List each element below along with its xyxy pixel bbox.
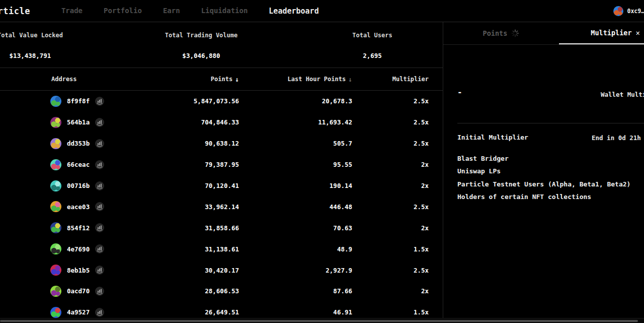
avatar — [50, 201, 61, 212]
panel-tabs: Points — [443, 22, 644, 45]
main-nav: Trade Portfolio Earn Liquidation Leaderb… — [61, 7, 319, 16]
wallet-chip[interactable]: 0xc9…D — [613, 6, 644, 16]
stat-label: Total Users — [327, 32, 418, 39]
row-points: 31,858.66 — [136, 224, 239, 232]
avatar — [50, 265, 61, 276]
row-address: 8eb1b5 — [67, 267, 90, 274]
row-address: dd353b — [67, 140, 90, 147]
column-header-points[interactable]: Points ↓ — [136, 76, 239, 83]
row-multiplier: 2.5x — [352, 118, 443, 126]
tab-points[interactable]: Points — [443, 22, 559, 44]
horizontal-scrollbar[interactable] — [0, 318, 644, 323]
stat-label: Total Trading Volume — [156, 32, 247, 39]
row-last-hour-points: 2,927.9 — [239, 267, 352, 274]
row-points: 30,420.17 — [136, 267, 239, 274]
row-points: 79,387.95 — [136, 161, 239, 168]
row-points: 33,962.14 — [136, 203, 239, 211]
wallet-multiplier-label: Wallet Multiplier — [601, 91, 644, 98]
row-multiplier: 1.5x — [352, 245, 443, 253]
stats-icon[interactable] — [95, 160, 104, 169]
stats-icon[interactable] — [95, 244, 104, 253]
tab-multiplier[interactable]: Multiplier ✕ — [559, 22, 644, 44]
list-item: Blast Bridger — [457, 152, 630, 165]
sort-desc-icon[interactable]: ↓ — [348, 76, 352, 83]
table-row[interactable]: 4e7690 31,138.61 48.9 1.5x — [0, 238, 443, 260]
scrollbar-thumb[interactable] — [0, 320, 638, 322]
stat-label: Total Value Locked — [0, 32, 75, 39]
stats-icon[interactable] — [95, 287, 104, 296]
table-row[interactable]: dd353b 90,638.12 505.7 2.5x — [0, 133, 443, 154]
main-area: Total Value Locked $13,438,791 Total Tra… — [0, 22, 644, 323]
row-address: 0acd70 — [67, 287, 90, 295]
row-last-hour-points: 48.9 — [239, 245, 352, 253]
table-row[interactable]: 00716b 70,120.41 190.14 2x — [0, 175, 443, 197]
avatar — [50, 222, 61, 233]
row-points: 90,638.12 — [136, 140, 239, 147]
avatar — [50, 286, 61, 297]
row-last-hour-points: 70.63 — [239, 224, 352, 232]
avatar — [50, 159, 61, 170]
row-address: 66ceac — [67, 161, 90, 168]
side-panel: Points — [443, 22, 644, 323]
table-header: Address Points ↓ Last Hour Points ↓ Mult… — [0, 68, 443, 91]
row-address: 4e7690 — [67, 245, 90, 253]
stats-icon[interactable] — [95, 97, 104, 106]
stats-icon[interactable] — [95, 223, 104, 232]
row-last-hour-points: 46.91 — [239, 308, 352, 316]
wallet-multiplier-value: - — [457, 87, 462, 97]
table-row[interactable]: 854f12 31,858.66 70.63 2x — [0, 217, 443, 238]
avatar — [50, 117, 61, 128]
row-multiplier: 2.5x — [352, 267, 443, 274]
column-header-multiplier: Multiplier — [352, 76, 443, 83]
stat-value: 2,695 — [327, 52, 418, 59]
stats-icon[interactable] — [95, 139, 104, 148]
stats-icon[interactable] — [95, 118, 104, 127]
nav-item-leaderboard[interactable]: Leaderboard — [269, 7, 318, 16]
row-points: 31,138.61 — [136, 245, 239, 253]
row-last-hour-points: 20,678.3 — [239, 97, 352, 105]
avatar — [50, 180, 61, 191]
row-multiplier: 1.5x — [352, 308, 443, 316]
table-row[interactable]: 8eb1b5 30,420.17 2,927.9 2.5x — [0, 260, 443, 281]
nav-item-liquidation[interactable]: Liquidation — [201, 7, 248, 16]
leaderboard-rows: 8f9f8f 5,847,073.56 20,678.3 2.5x 564b1a… — [0, 91, 443, 323]
nav-item-portfolio[interactable]: Portfolio — [104, 7, 142, 16]
avatar — [50, 138, 61, 149]
row-points: 5,847,073.56 — [136, 97, 239, 105]
nav-item-earn[interactable]: Earn — [163, 7, 180, 16]
row-last-hour-points: 87.66 — [239, 287, 352, 295]
row-last-hour-points: 95.55 — [239, 161, 352, 168]
multiplier-sources-list: Blast Bridger Uniswap LPs Particle Testn… — [457, 152, 630, 204]
list-item: Particle Testnet Users (Alpha, Beta1, Be… — [457, 178, 630, 190]
stat-value: $3,046,880 — [156, 52, 247, 59]
table-row[interactable]: 0acd70 28,606.53 87.66 2x — [0, 281, 443, 302]
initial-multiplier-label: Initial Multiplier — [457, 134, 528, 141]
table-row[interactable]: 564b1a 704,846.33 11,693.42 2.5x — [0, 112, 443, 133]
stats-icon[interactable] — [95, 202, 104, 211]
stats-icon[interactable] — [95, 266, 104, 275]
row-last-hour-points: 190.14 — [239, 182, 352, 189]
row-multiplier: 2x — [352, 224, 443, 232]
table-row[interactable]: 8f9f8f 5,847,073.56 20,678.3 2.5x — [0, 91, 443, 112]
table-row[interactable]: 66ceac 79,387.95 95.55 2x — [0, 154, 443, 175]
stats-icon[interactable] — [95, 181, 104, 190]
table-row[interactable]: eace03 33,962.14 446.48 2.5x — [0, 196, 443, 217]
stat-value: $13,438,791 — [0, 52, 75, 59]
row-address: 8f9f8f — [67, 97, 90, 105]
column-header-last-hour-points[interactable]: Last Hour Points ↓ — [239, 76, 352, 83]
multiplier-panel-body: - Wallet Multiplier Initial Multiplier E… — [443, 45, 644, 323]
close-icon[interactable]: ✕ — [636, 29, 640, 37]
top-navbar: Particle Trade Portfolio Earn Liquidatio… — [0, 0, 644, 22]
row-last-hour-points: 446.48 — [239, 203, 352, 211]
wallet-address: 0xc9…D — [627, 8, 644, 15]
leaderboard-section: Total Value Locked $13,438,791 Total Tra… — [0, 22, 443, 323]
list-item: Holders of certain NFT collections — [457, 190, 630, 203]
row-address: 854f12 — [67, 224, 90, 232]
stats-icon[interactable] — [95, 308, 104, 317]
row-points: 704,846.33 — [136, 118, 239, 126]
app-logo[interactable]: Particle — [0, 6, 30, 16]
nav-item-trade[interactable]: Trade — [61, 7, 83, 16]
sort-desc-icon[interactable]: ↓ — [235, 76, 239, 83]
row-multiplier: 2.5x — [352, 140, 443, 147]
stats-bar: Total Value Locked $13,438,791 Total Tra… — [0, 22, 443, 68]
